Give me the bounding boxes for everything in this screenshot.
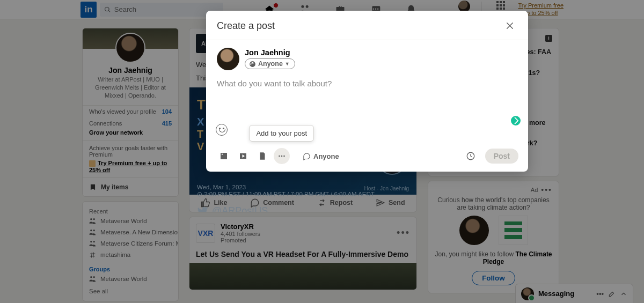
add-image-button[interactable] [216,148,232,164]
image-icon [219,151,229,161]
svg-point-0 [279,156,280,157]
author-avatar [217,48,239,70]
add-document-button[interactable] [254,148,270,164]
post-button[interactable]: Post [485,149,518,164]
video-icon [238,151,248,161]
comment-icon [303,152,311,160]
close-icon [505,21,515,31]
comment-visibility[interactable]: Anyone [303,152,339,160]
create-post-modal: Create a post Jon Jaehnig Anyone ▼ Add t… [206,11,528,172]
more-icon [277,151,287,161]
add-video-button[interactable] [235,148,251,164]
globe-icon [249,61,256,68]
emoji-button[interactable] [216,124,228,136]
close-button[interactable] [502,18,517,33]
modal-title: Create a post [217,20,275,32]
svg-point-2 [283,156,285,157]
schedule-button[interactable] [464,149,478,163]
visibility-selector[interactable]: Anyone ▼ [245,58,295,69]
clock-icon [466,151,475,161]
add-more-button[interactable] [274,148,290,164]
modal-footer: Anyone Post [206,142,528,172]
grammarly-icon[interactable] [511,116,521,125]
post-textarea[interactable] [217,79,517,114]
author-name: Jon Jaehnig [245,48,295,57]
add-to-post-tooltip: Add to your post [249,125,314,142]
document-icon [258,151,267,161]
svg-point-1 [281,156,283,157]
